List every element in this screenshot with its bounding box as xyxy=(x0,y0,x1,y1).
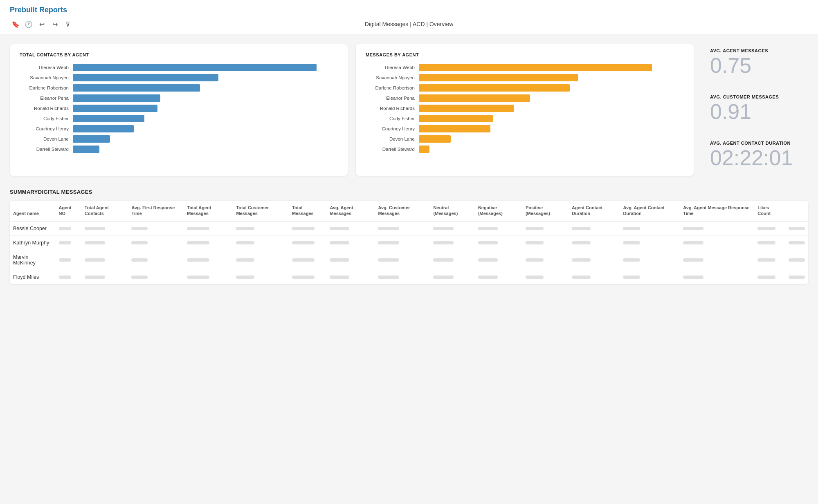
filter-icon[interactable]: ⊽ xyxy=(62,18,74,30)
bar-label: Darlene Robertson xyxy=(366,85,419,90)
bar-track xyxy=(73,84,338,92)
table-header: Neutral (Messages) xyxy=(430,201,475,221)
agent-name-cell: Floyd Miles xyxy=(10,270,56,284)
placeholder-bar xyxy=(85,227,105,230)
placeholder-bar xyxy=(478,258,498,262)
table-header: Avg. Customer Messages xyxy=(375,201,430,221)
placeholder-bar xyxy=(131,227,148,230)
data-cell xyxy=(620,235,680,250)
placeholder-bar xyxy=(757,276,775,279)
bar-track xyxy=(419,74,684,81)
table-header: Agent NO xyxy=(56,201,81,221)
table-row: Kathryn Murphy xyxy=(10,235,808,250)
placeholder-bar xyxy=(623,258,640,262)
placeholder-bar xyxy=(623,276,640,279)
placeholder-bar xyxy=(378,241,399,244)
bar-label: Darlene Robertson xyxy=(20,85,73,90)
data-cell xyxy=(289,221,326,236)
placeholder-bar xyxy=(433,241,454,244)
data-cell xyxy=(754,235,785,250)
placeholder-bar xyxy=(187,258,209,262)
data-cell xyxy=(233,270,289,284)
bookmark-icon[interactable]: 🔖 xyxy=(10,18,21,30)
placeholder-bar xyxy=(757,241,775,244)
bar-fill xyxy=(419,74,578,81)
data-cell xyxy=(475,235,522,250)
placeholder-bar xyxy=(683,258,703,262)
data-cell xyxy=(785,270,808,284)
table-header: Negative (Messages) xyxy=(475,201,522,221)
bar-track xyxy=(419,94,684,102)
bar-fill xyxy=(73,146,99,153)
data-cell xyxy=(233,250,289,270)
placeholder-bar xyxy=(789,241,805,244)
data-cell xyxy=(56,221,81,236)
bar-fill xyxy=(419,94,530,102)
bar-fill xyxy=(73,135,110,143)
bar-fill xyxy=(73,105,157,112)
bar-row: Theresa Webb xyxy=(20,64,338,71)
data-cell xyxy=(56,250,81,270)
data-cell xyxy=(375,221,430,236)
bar-row: Darlene Robertson xyxy=(20,84,338,92)
data-cell xyxy=(754,250,785,270)
placeholder-bar xyxy=(292,227,315,230)
bar-row: Courtney Henry xyxy=(20,125,338,132)
summary-table-container: Agent nameAgent NOTotal Agent ContactsAv… xyxy=(10,201,808,284)
placeholder-bar xyxy=(478,241,498,244)
data-cell xyxy=(430,250,475,270)
bar-row: Savannah Nguyen xyxy=(20,74,338,81)
kpi-value: 0.75 xyxy=(710,55,808,76)
kpi-panel: AVG. AGENT MESSAGES 0.75 AVG. CUSTOMER M… xyxy=(702,44,808,176)
data-cell xyxy=(375,235,430,250)
bar-label: Cody Fisher xyxy=(20,116,73,121)
placeholder-bar xyxy=(623,241,640,244)
placeholder-bar xyxy=(526,258,544,262)
placeholder-bar xyxy=(478,276,498,279)
placeholder-bar xyxy=(131,241,148,244)
data-cell xyxy=(785,221,808,236)
bar-row: Devon Lane xyxy=(20,135,338,143)
table-header: Agent Contact Duration xyxy=(569,201,620,221)
placeholder-bar xyxy=(330,276,349,279)
placeholder-bar xyxy=(330,227,349,230)
bar-label: Savannah Nguyen xyxy=(366,75,419,80)
charts-row: TOTAL CONTACTS BY AGENT Theresa Webb Sav… xyxy=(10,44,808,176)
undo-icon[interactable]: ↩ xyxy=(36,18,47,30)
placeholder-bar xyxy=(378,276,399,279)
data-cell xyxy=(680,235,754,250)
data-cell xyxy=(233,221,289,236)
placeholder-bar xyxy=(789,227,805,230)
placeholder-bar xyxy=(59,258,71,262)
history-icon[interactable]: 🕐 xyxy=(23,18,34,30)
bar-row: Cody Fisher xyxy=(366,115,684,122)
placeholder-bar xyxy=(789,276,805,279)
placeholder-bar xyxy=(187,276,209,279)
bar-track xyxy=(419,125,684,132)
data-cell xyxy=(56,235,81,250)
summary-title: SUMMARYDIGITAL MESSAGES xyxy=(10,189,808,195)
data-cell xyxy=(375,270,430,284)
table-header: Avg. Agent Contact Duration xyxy=(620,201,680,221)
data-cell xyxy=(375,250,430,270)
placeholder-bar xyxy=(789,258,805,262)
data-cell xyxy=(475,270,522,284)
messages-chart-title: MESSAGES BY AGENT xyxy=(366,52,684,57)
table-row: Bessie Cooper xyxy=(10,221,808,236)
kpi-item: AVG. AGENT MESSAGES 0.75 xyxy=(710,48,808,76)
placeholder-bar xyxy=(85,241,105,244)
placeholder-bar xyxy=(623,227,640,230)
placeholder-bar xyxy=(187,241,209,244)
bar-track xyxy=(419,64,684,71)
placeholder-bar xyxy=(187,227,209,230)
placeholder-bar xyxy=(292,276,315,279)
placeholder-bar xyxy=(236,276,254,279)
placeholder-bar xyxy=(236,258,254,262)
bar-track xyxy=(419,146,684,153)
table-row: Floyd Miles xyxy=(10,270,808,284)
bar-fill xyxy=(73,125,134,132)
bar-track xyxy=(419,115,684,122)
agent-name-cell: Bessie Cooper xyxy=(10,221,56,236)
redo-icon[interactable]: ↪ xyxy=(49,18,61,30)
data-cell xyxy=(522,235,569,250)
